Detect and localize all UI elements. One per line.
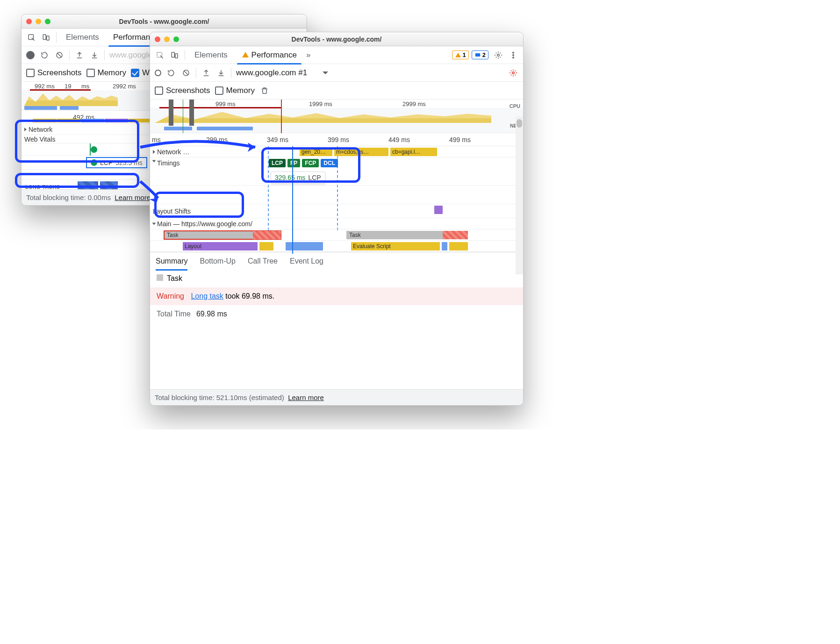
- memory-checkbox[interactable]: Memory: [215, 86, 255, 95]
- tbt-value: 521.10ms (estimated): [216, 394, 284, 401]
- messages-badge[interactable]: 2: [472, 50, 488, 59]
- record-button[interactable]: [155, 70, 161, 76]
- upload-icon[interactable]: [201, 68, 211, 78]
- svg-line-15: [184, 71, 188, 75]
- warning-icon: [455, 52, 461, 58]
- main-label: Main — https://www.google.com/: [157, 220, 252, 228]
- task-label: Task: [349, 232, 361, 238]
- footer-bar: Total blocking time: 521.10ms (estimated…: [150, 389, 523, 405]
- more-tabs[interactable]: »: [306, 50, 310, 60]
- trash-icon[interactable]: [259, 86, 270, 96]
- sub-chunk[interactable]: [286, 242, 323, 250]
- task-lane[interactable]: Task Task: [150, 229, 523, 241]
- tab-calltree[interactable]: Call Tree: [248, 252, 278, 270]
- callout-task: [154, 192, 244, 218]
- sub-chunk[interactable]: [259, 242, 273, 250]
- task-block[interactable]: Task: [346, 231, 468, 239]
- sub-chunk[interactable]: [449, 242, 468, 250]
- memory-label: Memory: [226, 86, 255, 95]
- main-track-header[interactable]: Main — https://www.google.com/: [150, 218, 523, 229]
- axis-tick: 449 ms: [388, 136, 410, 143]
- svg-point-13: [513, 57, 514, 58]
- overview-lane[interactable]: 999 ms 1999 ms 2999 ms CPU NET: [150, 100, 523, 133]
- tab-eventlog[interactable]: Event Log: [290, 252, 323, 270]
- svg-rect-7: [172, 52, 174, 57]
- arrow-longtasks-to-task: [138, 178, 166, 206]
- arrow-webvitals-to-timings: [138, 131, 265, 164]
- callout-timings: [261, 147, 360, 183]
- chevron-down-icon[interactable]: [320, 68, 330, 78]
- gear-icon[interactable]: [493, 50, 503, 60]
- screenshots-label: Screenshots: [37, 68, 82, 78]
- perf-toolbar: www.google.com #1: [150, 64, 523, 82]
- titlebar[interactable]: DevTools - www.google.com/: [22, 14, 307, 29]
- network-chunk[interactable]: cb=gapi.l…: [390, 148, 437, 156]
- upload-icon[interactable]: [74, 50, 85, 60]
- task-block[interactable]: Task: [164, 231, 281, 239]
- svg-rect-8: [175, 54, 178, 58]
- tab-summary[interactable]: Summary: [156, 252, 187, 270]
- svg-rect-2: [47, 36, 49, 40]
- clear-icon[interactable]: [181, 68, 191, 78]
- svg-point-11: [513, 52, 514, 53]
- task-lane-sub[interactable]: Layout Evaluate Script: [150, 241, 523, 252]
- summary-title: Task: [167, 274, 182, 282]
- download-icon[interactable]: [216, 68, 226, 78]
- download-icon[interactable]: [89, 50, 100, 60]
- tab-performance[interactable]: Performance: [237, 46, 302, 64]
- profile-select[interactable]: www.google.com #1: [236, 68, 307, 78]
- totaltime-key: Total Time: [157, 310, 191, 318]
- screenshots-checkbox[interactable]: Screenshots: [155, 86, 210, 95]
- tab-elements[interactable]: Elements: [61, 29, 104, 46]
- info-count: 2: [482, 51, 486, 58]
- tbt-label: Total blocking time:: [26, 193, 88, 201]
- kebab-icon[interactable]: [508, 50, 518, 60]
- layout-chunk[interactable]: Layout: [183, 242, 258, 250]
- warnings-badge[interactable]: 1: [452, 50, 469, 59]
- svg-rect-1: [43, 35, 46, 40]
- eval-chunk[interactable]: Evaluate Script: [351, 242, 440, 250]
- eval-label: Evaluate Script: [353, 243, 391, 250]
- settings-gear-icon[interactable]: [508, 68, 518, 78]
- memory-label: Memory: [98, 68, 126, 78]
- reload-icon[interactable]: [166, 68, 176, 78]
- clear-icon[interactable]: [54, 50, 65, 60]
- scroll-thumb[interactable]: [517, 119, 522, 128]
- record-button[interactable]: [26, 51, 35, 59]
- inspect-icon[interactable]: [155, 50, 165, 60]
- longtask-link[interactable]: Long task: [191, 292, 223, 300]
- screenshots-checkbox[interactable]: Screenshots: [26, 68, 82, 78]
- titlebar[interactable]: DevTools - www.google.com/: [150, 32, 523, 46]
- summary-header: Task: [150, 270, 523, 287]
- learn-more-link[interactable]: Learn more: [288, 394, 324, 401]
- svg-line-4: [57, 53, 62, 57]
- axis-tick: 349 ms: [267, 136, 288, 143]
- reload-icon[interactable]: [39, 50, 50, 60]
- axis-tick: 399 ms: [328, 136, 349, 143]
- ov-tick: 19: [65, 83, 71, 90]
- scrollbar[interactable]: [516, 116, 523, 274]
- tab-elements[interactable]: Elements: [190, 46, 232, 64]
- device-icon[interactable]: [41, 32, 51, 43]
- perf-options: Screenshots Memory: [150, 82, 523, 100]
- details-tabs: Summary Bottom-Up Call Tree Event Log: [150, 252, 523, 270]
- issue-badges[interactable]: 1 2: [452, 50, 488, 59]
- inspect-icon[interactable]: [26, 32, 36, 43]
- message-icon: [474, 52, 481, 58]
- axis-tick: 499 ms: [449, 136, 471, 143]
- ov-tick: 992 ms: [35, 83, 55, 90]
- task-label: Task: [167, 232, 179, 238]
- cpu-label: CPU: [510, 103, 520, 109]
- svg-rect-9: [475, 53, 481, 56]
- devtools-window-new: DevTools - www.google.com/ Elements Perf…: [150, 32, 524, 406]
- warning-rest: took 69.98 ms.: [223, 292, 274, 300]
- ls-chunk[interactable]: [434, 206, 443, 214]
- device-icon[interactable]: [170, 50, 180, 60]
- memory-checkbox[interactable]: Memory: [86, 68, 126, 78]
- svg-point-10: [497, 54, 500, 56]
- warning-icon: [242, 51, 249, 58]
- tab-bottomup[interactable]: Bottom-Up: [200, 252, 235, 270]
- ov-tick: 999 ms: [215, 100, 236, 107]
- sub-chunk[interactable]: [442, 242, 447, 250]
- task-swatch-icon: [157, 274, 163, 281]
